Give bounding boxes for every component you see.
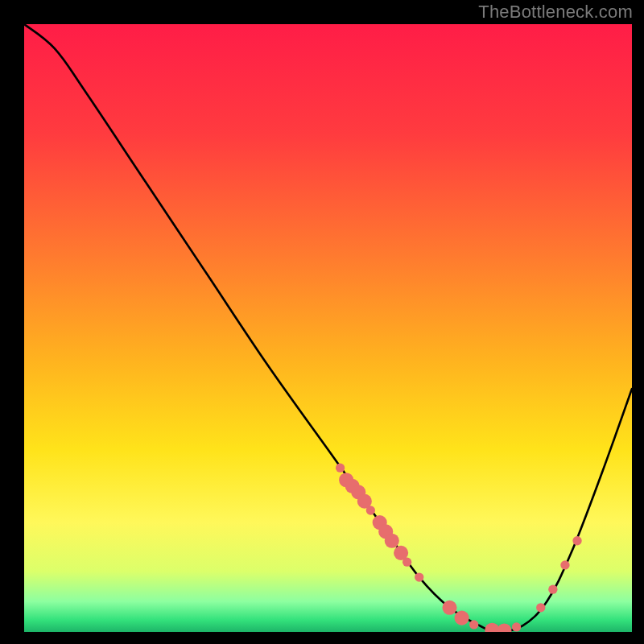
chart-svg (24, 24, 632, 632)
marker-point (536, 603, 545, 612)
chart-frame: TheBottleneck.com (0, 0, 644, 644)
marker-point (548, 584, 557, 593)
marker-point (469, 620, 478, 629)
marker-point (415, 572, 423, 581)
marker-point (385, 534, 399, 548)
marker-point (402, 558, 411, 567)
watermark-text: TheBottleneck.com (478, 2, 633, 23)
marker-point (336, 463, 345, 472)
marker-point (512, 622, 521, 631)
gradient-background (24, 24, 632, 632)
marker-point (366, 506, 375, 514)
plot-area (24, 24, 632, 632)
marker-point (455, 611, 469, 625)
marker-point (572, 536, 581, 545)
marker-point (442, 601, 456, 615)
marker-point (560, 560, 569, 569)
